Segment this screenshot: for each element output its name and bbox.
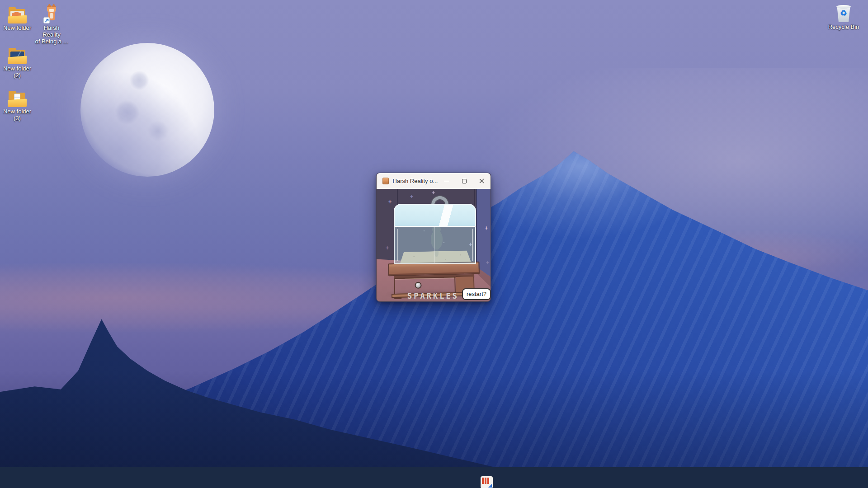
window-title: Harsh Reality o... bbox=[393, 178, 438, 184]
restart-button[interactable]: restart? bbox=[462, 288, 491, 300]
sparkle-icon: + bbox=[410, 193, 413, 200]
sparkle-icon: + bbox=[388, 199, 392, 205]
folder-icon bbox=[8, 87, 27, 107]
desktop-icon-recycle-bin[interactable]: ♻ Recycle Bin bbox=[826, 3, 861, 31]
folder-icon bbox=[8, 44, 27, 64]
glass-case[interactable] bbox=[394, 227, 476, 264]
taskbar: ⚙ 1:47 AM 10/31/2025 bbox=[0, 467, 868, 488]
sparkle-icon: + bbox=[432, 190, 435, 196]
shortcut-arrow-icon bbox=[43, 17, 50, 23]
game-window: Harsh Reality o... + + + + + + + + + + bbox=[376, 173, 491, 302]
desktop-icon-new-folder-3[interactable]: New folder (3) bbox=[0, 87, 34, 122]
sparkle-icon: + bbox=[486, 259, 489, 266]
window-titlebar[interactable]: Harsh Reality o... bbox=[377, 173, 491, 189]
desktop-icon-harsh-reality-shortcut[interactable]: Harsh Reality of Being a ... bbox=[34, 4, 69, 45]
game-scene[interactable]: + + + + + + + + + + bbox=[377, 189, 491, 302]
desktop-icon-label: New folder (3) bbox=[3, 108, 31, 122]
close-button[interactable] bbox=[473, 173, 491, 189]
close-icon bbox=[479, 178, 484, 183]
sparkle-icon: + bbox=[485, 225, 488, 231]
folder-icon bbox=[8, 4, 27, 23]
peek-window-content bbox=[482, 478, 489, 484]
app-icon bbox=[382, 178, 389, 184]
minimize-button[interactable] bbox=[438, 173, 455, 189]
peek-window-icon[interactable] bbox=[481, 476, 493, 488]
desktop-icon-label: Recycle Bin bbox=[828, 24, 859, 31]
game-shortcut-icon bbox=[45, 4, 58, 23]
desktop-icon-label: New folder bbox=[3, 25, 31, 32]
glass-case-lid[interactable] bbox=[394, 204, 476, 227]
minimize-icon bbox=[444, 181, 449, 182]
desktop-icon-new-folder[interactable]: New folder bbox=[0, 4, 34, 32]
maximize-icon bbox=[462, 179, 467, 183]
sparkle-icon: + bbox=[386, 245, 389, 251]
pet-name-label: SPARKLES bbox=[395, 291, 472, 300]
desktop-icon-label: New folder (2) bbox=[3, 66, 31, 79]
peek-window-badge bbox=[488, 484, 492, 488]
recycle-bin-icon: ♻ bbox=[835, 3, 852, 23]
maximize-button[interactable] bbox=[455, 173, 473, 189]
desktop-icon-label: Harsh Reality of Being a ... bbox=[34, 25, 69, 45]
desktop-icon-new-folder-2[interactable]: New folder (2) bbox=[0, 44, 34, 79]
